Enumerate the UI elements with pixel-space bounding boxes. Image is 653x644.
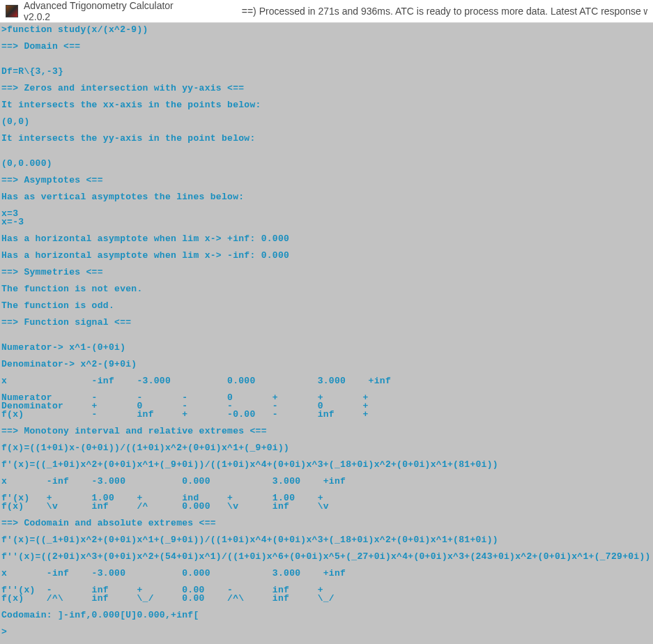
terminal-line: (0,0): [1, 118, 652, 126]
app-icon: [6, 5, 18, 17]
terminal-line: The function is not even.: [1, 285, 652, 293]
terminal-line: f(x)=((1+0i)x-(0+0i))/((1+0i)x^2+(0+0i)x…: [1, 444, 652, 452]
terminal-line: [1, 109, 652, 118]
terminal-line: Has as vertical asymptotes the lines bel…: [1, 193, 652, 201]
terminal-line: [1, 620, 652, 628]
terminal-line: Numerator-> x^1-(0+0i): [1, 344, 652, 352]
terminal-line: ==> Zeros and intersection with yy-axis …: [1, 84, 652, 93]
terminal-line: >function study(x/(x^2-9)): [1, 26, 652, 34]
terminal-line: ==> Domain <==: [1, 43, 652, 51]
terminal-line: f''(x)=((2+0i)x^3+(0+0i)x^2+(54+0i)x^1)/…: [1, 553, 652, 561]
terminal-line: ==> Codomain and absolute extremes <==: [1, 519, 652, 528]
terminal-line: f'(x)=((_1+0i)x^2+(0+0i)x^1+(_9+0i))/((1…: [1, 536, 652, 544]
terminal-line: (0,0.000): [1, 160, 652, 168]
terminal-line: Denominator-> x^2-(9+0i): [1, 360, 652, 369]
terminal-line: Codomain: ]-inf,0.000[U]0.000,+inf[: [1, 611, 652, 620]
terminal-line: >: [1, 628, 652, 636]
terminal-line: x -inf -3.000 0.000 3.000 +inf: [1, 477, 652, 486]
terminal-line: [1, 34, 652, 43]
terminal-line: ==> Monotony interval and relative extre…: [1, 427, 652, 436]
terminal-line: [1, 143, 652, 151]
terminal-line: x=-3: [1, 218, 652, 227]
terminal-line: Has a horizontal asymptote when lim x-> …: [1, 252, 652, 260]
terminal-line: Has a horizontal asymptote when lim x-> …: [1, 235, 652, 243]
terminal-line: ==> Asymptotes <==: [1, 176, 652, 185]
terminal-line: ==> Function signal <==: [1, 319, 652, 327]
terminal-line: [1, 51, 652, 59]
terminal-line: x=3: [1, 210, 652, 218]
terminal-line: x -inf -3.000 0.000 3.000 +inf: [1, 569, 652, 578]
app-title: Advanced Trigonometry Calculator v2.0.2: [24, 0, 201, 22]
terminal-line: [1, 151, 652, 160]
terminal-line: f(x) - inf + -0.00 - inf +: [1, 411, 652, 419]
terminal-line: x -inf -3.000 0.000 3.000 +inf: [1, 377, 652, 385]
terminal-line: f(x) /^\ inf \_/ 0.00 /^\ inf \_/: [1, 595, 652, 603]
terminal-line: [1, 327, 652, 335]
terminal-output[interactable]: >function study(x/(x^2-9))==> Domain <==…: [0, 23, 653, 639]
terminal-line: [1, 201, 652, 210]
terminal-line: ==> Symmetries <==: [1, 268, 652, 277]
terminal-line: It intersects the xx-axis in the points …: [1, 101, 652, 109]
terminal-line: Df=R\{3,-3}: [1, 68, 652, 76]
terminal-line: [1, 59, 652, 68]
terminal-line: f'(x)=((_1+0i)x^2+(0+0i)x^1+(_9+0i))/((1…: [1, 461, 652, 469]
status-text: ==) Processed in 271s and 936ms. ATC is …: [242, 6, 647, 17]
terminal-line: f(x) \v inf /^ 0.000 \v inf \v: [1, 503, 652, 511]
terminal-line: The function is odd.: [1, 302, 652, 310]
titlebar: Advanced Trigonometry Calculator v2.0.2 …: [0, 0, 653, 23]
terminal-line: It intersects the yy-axis in the point b…: [1, 135, 652, 143]
